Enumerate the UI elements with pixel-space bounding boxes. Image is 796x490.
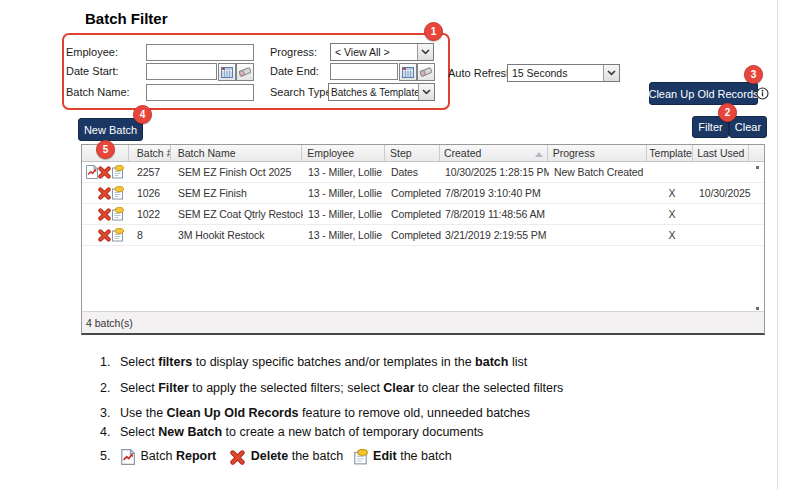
row-action-icons [82,186,129,200]
instruction-text: the batch [397,449,452,463]
date-end-label: Date End: [270,65,319,77]
instruction-number: 2. [100,381,120,395]
instruction-text: feature to remove old, unneeded batches [299,406,530,420]
instruction-number: 1. [100,355,120,369]
sort-ascending-icon [535,147,543,159]
edit-icon[interactable] [111,165,124,179]
column-header-template[interactable]: Template [647,145,693,161]
cell-batch-no: 1022 [129,208,171,220]
date-end-eraser-icon[interactable] [417,63,435,81]
auto-refresh-select[interactable]: 15 Seconds [507,64,620,82]
batch-filter-window: Batch Filter Employee: Progress: < View … [0,0,796,490]
search-type-select-value: Batches & Templates [329,87,418,98]
instruction-text: the batch [288,449,346,463]
cell-created: 10/30/2025 1:28:15 PM [441,166,549,178]
cell-step: Completed [386,229,441,241]
instruction-text-bold: Clear [383,381,414,395]
column-header-employee[interactable]: Employee [302,145,385,161]
instruction-number: 4. [100,425,120,439]
date-start-input[interactable] [146,63,217,80]
date-start-calendar-icon[interactable] [218,63,236,81]
date-end-input[interactable] [330,63,398,80]
annotation-badge-1: 1 [424,22,443,41]
progress-label: Progress: [270,46,317,58]
cell-name: 3M Hookit Restock [171,229,303,241]
annotation-badge-2: 2 [718,103,737,122]
cell-created: 7/8/2019 11:48:56 AM [441,208,549,220]
empty-icon-slot [85,228,98,242]
delete-icon[interactable] [98,228,111,242]
row-action-icons [82,228,129,242]
cell-step: Completed [386,208,441,220]
report-icon[interactable] [85,165,98,179]
batch-name-input[interactable] [146,84,254,101]
employee-input[interactable] [146,44,254,61]
instruction-text: Batch [137,449,176,463]
page-title: Batch Filter [85,10,168,27]
instruction-text-bold: New Batch [158,425,222,439]
instruction-text-bold: batch [475,355,508,369]
edit-icon[interactable] [111,228,124,242]
cell-batch-no: 8 [129,229,171,241]
cell-template: X [649,229,695,241]
instruction-text: to clear the selected filters [415,381,564,395]
scrollbar-strip[interactable] [749,145,764,161]
new-batch-button[interactable]: New Batch [78,118,143,141]
table-row[interactable]: 1022SEM EZ Coat Qtrly Restock13 - Miller… [82,204,764,225]
info-icon[interactable] [756,86,769,104]
auto-refresh-select-value: 15 Seconds [508,67,603,79]
delete-icon[interactable] [98,207,111,221]
date-end-calendar-icon[interactable] [399,63,417,81]
progress-select[interactable]: < View All > [330,43,434,61]
instruction-text: to apply the selected filters; select [189,381,384,395]
table-row[interactable]: 83M Hookit Restock13 - Miller, LollieCom… [82,225,764,246]
instruction-text-bold: Delete [251,449,289,463]
instruction-number: 3. [100,406,120,420]
delete-icon[interactable] [98,186,111,200]
table-body: 2257SEM EZ Finish Oct 202513 - Miller, L… [82,162,764,246]
instruction-text-bold: Report [176,449,216,463]
cell-name: SEM EZ Finish Oct 2025 [171,166,303,178]
search-type-select[interactable]: Batches & Templates [328,83,435,101]
chevron-down-icon[interactable] [417,44,433,60]
instruction-item-3: 3.Use the Clean Up Old Records feature t… [100,406,530,420]
table-header-row: Batch #Batch NameEmployeeStepCreatedProg… [82,145,764,162]
instruction-text: list [508,355,527,369]
search-type-label: Search Type: [270,86,335,98]
edit-icon[interactable] [111,186,124,200]
empty-icon-slot [85,207,98,221]
delete-icon[interactable] [98,165,111,179]
scroll-up-arrow[interactable] [756,166,759,169]
column-header-batch-name[interactable]: Batch Name [171,145,303,161]
table-row[interactable]: 1026SEM EZ Finish13 - Miller, LollieComp… [82,183,764,204]
cell-employee: 13 - Miller, Lollie [303,229,386,241]
chevron-down-icon[interactable] [603,65,619,81]
cell-employee: 13 - Miller, Lollie [303,166,386,178]
clear-button[interactable]: Clear [729,116,767,138]
clean-up-old-records-button[interactable]: Clean Up Old Records [649,82,758,105]
cell-employee: 13 - Miller, Lollie [303,187,386,199]
column-header-step[interactable]: Step [385,145,440,161]
column-header-progress[interactable]: Progress [548,145,648,161]
column-header-batch-[interactable]: Batch # [129,145,171,161]
column-header-last-used[interactable]: Last Used [693,145,749,161]
chevron-down-icon[interactable] [418,84,434,100]
auto-refresh-label: Auto Refresh: [448,67,515,79]
edit-icon [353,449,368,465]
table-row[interactable]: 2257SEM EZ Finish Oct 202513 - Miller, L… [82,162,764,183]
instruction-text: Select [120,355,158,369]
cell-name: SEM EZ Finish [171,187,303,199]
instruction-item-4: 4.Select New Batch to create a new batch… [100,425,483,439]
instruction-text: Select [120,381,158,395]
cell-step: Dates [386,166,441,178]
column-header-created[interactable]: Created [440,145,548,161]
cell-created: 3/21/2019 2:19:55 PM [441,229,549,241]
instruction-number: 5. [100,449,120,463]
edit-icon[interactable] [111,207,124,221]
scroll-down-arrow[interactable] [756,307,759,310]
instruction-text-bold: Filter [158,381,189,395]
date-start-eraser-icon[interactable] [236,63,254,81]
instruction-text: to display specific batches and/or templ… [192,355,475,369]
instruction-text-bold: Edit [373,449,397,463]
delete-icon [230,450,245,465]
